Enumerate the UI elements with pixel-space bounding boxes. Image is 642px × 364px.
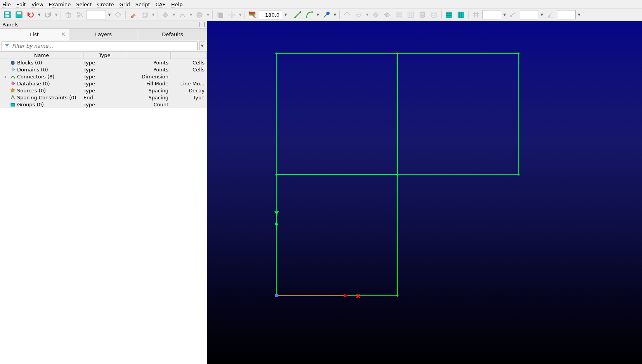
menu-script[interactable]: Script — [135, 2, 150, 7]
tree-row[interactable]: Domains (0)TypePointsCells — [0, 66, 207, 73]
entity-icon — [10, 81, 16, 86]
col-3[interactable] — [126, 52, 171, 59]
entity-icon — [10, 74, 16, 79]
svg-rect-28 — [396, 14, 402, 16]
tree-row[interactable]: ▸Connectors (8)TypeDimension — [0, 73, 207, 80]
eraser-icon[interactable] — [128, 10, 138, 20]
angle-dd[interactable]: ▼ — [284, 10, 288, 20]
tab-list[interactable]: List ✕ — [0, 29, 69, 40]
entity-name: Groups (0) — [17, 102, 44, 107]
save-icon[interactable] — [2, 10, 12, 20]
selector-combo[interactable] — [87, 10, 106, 19]
cube-icon[interactable] — [63, 10, 73, 20]
filter-input[interactable] — [12, 43, 195, 49]
cylinder2-icon[interactable] — [429, 10, 439, 20]
menu-help[interactable]: Help — [171, 2, 183, 7]
diamond-dual-icon[interactable] — [382, 10, 392, 20]
box-wire-dd[interactable]: ▼ — [151, 10, 155, 20]
save-as-icon[interactable] — [14, 10, 24, 20]
tree-row[interactable]: Database (0)TypeFill ModeLine Mo... — [0, 80, 207, 87]
diamond-wire2-dd[interactable]: ▼ — [365, 10, 369, 20]
svg-point-6 — [78, 16, 80, 17]
entity-col2: Type — [83, 102, 126, 107]
tab-layers[interactable]: Layers — [69, 29, 138, 40]
undo-dropdown[interactable]: ▼ — [37, 10, 41, 20]
grid-teal-icon[interactable] — [444, 10, 454, 20]
menu-view[interactable]: View — [31, 2, 43, 7]
grid-mesh-icon[interactable] — [406, 10, 416, 20]
angle-combo-dd[interactable]: ▼ — [577, 10, 581, 20]
menu-cae[interactable]: CAE — [156, 2, 166, 7]
svg-rect-12 — [219, 13, 223, 18]
dim-combo[interactable] — [520, 10, 538, 19]
entity-name: Database (0) — [17, 81, 50, 87]
entity-col2: Type — [83, 88, 126, 94]
menu-examine[interactable]: Examine — [49, 2, 71, 7]
grid-teal2-icon[interactable] — [456, 10, 466, 20]
sphere-icon[interactable] — [194, 10, 205, 20]
menu-file[interactable]: File — [2, 2, 11, 7]
node-blue-icon[interactable] — [321, 10, 331, 20]
stack1-icon[interactable] — [394, 10, 404, 20]
axis-x-label: X — [356, 293, 360, 299]
menu-edit[interactable]: Edit — [16, 2, 26, 7]
flower-dd[interactable]: ▼ — [238, 10, 242, 20]
diamond-solid-icon[interactable] — [371, 10, 381, 20]
redo-dropdown[interactable]: ▼ — [54, 10, 58, 20]
rect-shadow-icon[interactable] — [215, 10, 225, 20]
angle-input[interactable]: 180.0 — [259, 10, 282, 19]
diamond-wire2-icon[interactable] — [354, 10, 364, 20]
menu-create[interactable]: Create — [97, 2, 114, 7]
entity-col2: Type — [83, 67, 126, 73]
node-blue-dd[interactable]: ▼ — [333, 10, 337, 20]
diamond-wire1-icon[interactable] — [342, 10, 352, 20]
svg-point-9 — [197, 12, 202, 17]
selector-combo-dd[interactable]: ▼ — [108, 10, 111, 20]
menu-grid[interactable]: Grid — [120, 2, 130, 7]
scissors-icon[interactable] — [75, 10, 85, 20]
viewport-3d[interactable]: Y X — [207, 21, 642, 364]
menu-select[interactable]: Select — [76, 2, 92, 7]
curve-icon[interactable] — [177, 10, 187, 20]
tree-row[interactable]: Spacing Constraints (0)EndSpacingType — [0, 94, 207, 101]
tree-row[interactable]: Sources (0)TypeSpacingDecay — [0, 87, 207, 94]
svg-rect-37 — [458, 12, 464, 18]
undo-icon[interactable] — [26, 10, 36, 20]
entity-col4: Type — [171, 95, 207, 101]
tab-defaults[interactable]: Defaults — [138, 29, 207, 40]
hash-icon[interactable] — [471, 10, 481, 20]
curve-green-icon[interactable] — [304, 10, 314, 20]
cylinder-icon[interactable] — [417, 10, 427, 20]
flower-icon[interactable] — [227, 10, 237, 20]
col-name[interactable]: Name — [0, 52, 83, 59]
col-type[interactable]: Type — [83, 52, 126, 59]
dock-icon[interactable] — [200, 23, 205, 27]
axis-y-label: Y — [274, 210, 279, 216]
col-4[interactable] — [171, 52, 207, 59]
svg-point-33 — [420, 16, 425, 18]
sphere-dd[interactable]: ▼ — [206, 10, 210, 20]
entity-icon — [10, 95, 16, 100]
filter-dropdown[interactable]: ▼ — [199, 42, 205, 50]
close-icon[interactable]: ✕ — [61, 31, 66, 37]
dim-combo-dd[interactable]: ▼ — [540, 10, 544, 20]
tree-row[interactable]: Blocks (0)TypePointsCells — [0, 59, 207, 66]
diamond-3d-icon[interactable] — [113, 10, 123, 20]
angle-combo[interactable] — [557, 10, 576, 19]
tree-row[interactable]: Groups (0)TypeCount — [0, 101, 207, 108]
line-green-icon[interactable] — [293, 10, 303, 20]
entity-icon — [10, 67, 16, 72]
expander-icon[interactable]: ▸ — [5, 75, 9, 79]
hash-combo[interactable] — [482, 10, 501, 19]
box-wire-icon[interactable] — [140, 10, 150, 20]
diamond-icon[interactable] — [160, 10, 170, 20]
svg-point-34 — [432, 12, 436, 14]
dimension-icon[interactable] — [508, 10, 518, 20]
diamond-dd[interactable]: ▼ — [172, 10, 176, 20]
color-map-icon[interactable] — [247, 10, 257, 20]
hash-combo-dd[interactable]: ▼ — [503, 10, 507, 20]
redo-icon[interactable] — [43, 10, 53, 20]
curve-green-dd[interactable]: ▼ — [316, 10, 320, 20]
angle-meas-icon[interactable] — [545, 10, 555, 20]
curve-dd[interactable]: ▼ — [189, 10, 193, 20]
